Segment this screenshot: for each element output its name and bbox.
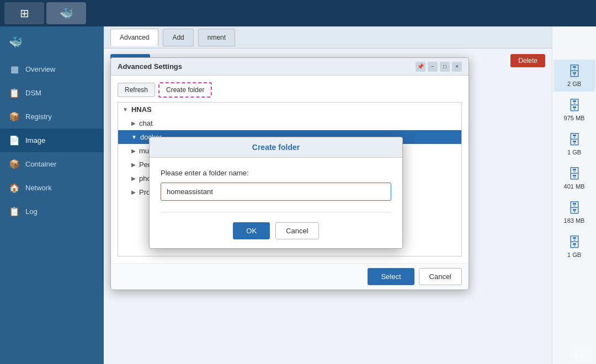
sidebar-item-log[interactable]: 📋 Log: [0, 200, 104, 223]
dsm-icon: 📋: [9, 88, 20, 98]
storage-size: 183 MB: [564, 217, 585, 224]
storage-item: 🗄 183 MB: [554, 196, 595, 228]
adv-header: Advanced Add nment: [104, 26, 552, 49]
window-title-bar: Advanced Settings 📌 − □ ×: [111, 58, 469, 76]
minimize-button[interactable]: −: [428, 62, 438, 72]
sidebar-item-dsm[interactable]: 📋 DSM: [0, 81, 104, 105]
sidebar-item-label: Network: [25, 184, 52, 192]
restore-button[interactable]: □: [440, 62, 450, 72]
pin-button[interactable]: 📌: [416, 62, 425, 72]
tree-arrow: ▶: [131, 148, 136, 154]
sidebar-item-label: Log: [25, 207, 38, 216]
sidebar-item-label: DSM: [25, 89, 41, 97]
file-toolbar: Refresh Create folder: [118, 82, 462, 98]
tab-environment[interactable]: nment: [198, 29, 235, 46]
storage-disk-icon: 🗄: [568, 64, 581, 79]
storage-size: 1 GB: [567, 149, 581, 156]
tab-add[interactable]: Add: [163, 29, 193, 46]
sidebar-item-overview[interactable]: ▦ Overview: [0, 57, 104, 81]
dialog-divider: [161, 212, 391, 212]
storage-disk-icon: 🗄: [568, 235, 581, 250]
storage-disk-icon: 🗄: [568, 132, 581, 148]
network-icon: 🏠: [9, 183, 20, 193]
window-title: Advanced Settings: [118, 62, 182, 71]
storage-item: 🗄 975 MB: [554, 94, 595, 126]
overview-icon: ▦: [9, 64, 20, 74]
storage-size: 975 MB: [564, 115, 585, 121]
dialog-cancel-button[interactable]: Cancel: [275, 222, 318, 239]
create-folder-button[interactable]: Create folder: [158, 82, 212, 98]
image-icon: 📄: [9, 135, 20, 146]
sidebar-item-container[interactable]: 📦 Container: [0, 152, 104, 176]
tree-arrow: ▶: [131, 189, 136, 195]
folder-name-input[interactable]: [161, 183, 391, 201]
taskbar-docker[interactable]: 🐳: [46, 2, 86, 24]
window-footer: Select Cancel: [111, 263, 469, 290]
sidebar-item-image[interactable]: 📄 Image: [0, 129, 104, 152]
watermark: 值得买: [573, 351, 592, 360]
tab-advanced[interactable]: Advanced: [110, 29, 158, 46]
tree-arrow: ▶: [131, 175, 136, 181]
dialog-label: Please enter a folder name:: [161, 169, 391, 177]
main-area: 🐳 ▦ Overview 📋 DSM 📦 Registry 📄 Image 📦 …: [0, 26, 596, 364]
tree-arrow: ▶: [131, 162, 136, 168]
storage-item: 🗄 401 MB: [554, 162, 595, 194]
docker-icon: 🐳: [60, 7, 73, 20]
cancel-button[interactable]: Cancel: [419, 268, 462, 285]
storage-disk-icon: 🗄: [568, 201, 581, 216]
refresh-button[interactable]: Refresh: [118, 83, 155, 97]
sidebar-item-registry[interactable]: 📦 Registry: [0, 105, 104, 129]
storage-disk-icon: 🗄: [568, 167, 581, 182]
tree-arrow: ▶: [131, 120, 136, 126]
create-folder-dialog: Create folder Please enter a folder name…: [149, 137, 403, 249]
dialog-body: Please enter a folder name:: [150, 158, 402, 207]
storage-panel: 🗄 2 GB 🗄 975 MB 🗄 1 GB 🗄 401 MB 🗄 183 MB…: [552, 26, 596, 364]
taskbar-apps-grid[interactable]: ⊞: [4, 2, 44, 24]
sidebar-logo: 🐳: [0, 31, 104, 57]
sidebar: 🐳 ▦ Overview 📋 DSM 📦 Registry 📄 Image 📦 …: [0, 26, 104, 364]
tree-arrow: ▼: [123, 106, 128, 113]
storage-disk-icon: 🗄: [568, 98, 581, 114]
log-icon: 📋: [9, 206, 20, 217]
tree-item-label: HNAS: [131, 105, 152, 114]
dialog-footer: OK Cancel: [150, 217, 402, 248]
storage-size: 401 MB: [564, 183, 585, 190]
taskbar: ⊞ 🐳: [0, 0, 596, 26]
sidebar-item-label: Overview: [25, 65, 55, 73]
window-controls: 📌 − □ ×: [416, 62, 462, 72]
dialog-ok-button[interactable]: OK: [233, 222, 270, 239]
container-icon: 📦: [9, 159, 20, 169]
tree-arrow: ▼: [131, 134, 137, 140]
tree-item-label: chat: [139, 119, 153, 127]
sidebar-docker-logo: 🐳: [9, 35, 23, 49]
storage-item: 🗄 2 GB: [554, 60, 595, 92]
delete-button[interactable]: Delete: [510, 54, 545, 67]
sidebar-item-label: Registry: [25, 113, 52, 121]
dialog-title: Create folder: [158, 143, 393, 152]
storage-size: 2 GB: [567, 81, 581, 87]
sidebar-item-label: Container: [25, 160, 56, 168]
apps-grid-icon: ⊞: [20, 7, 29, 20]
tree-item-chat[interactable]: ▶ chat: [118, 116, 461, 130]
dialog-title-bar: Create folder: [150, 137, 402, 158]
storage-item: 🗄 1 GB: [554, 128, 595, 160]
select-button[interactable]: Select: [368, 268, 414, 285]
storage-item: 🗄 1 GB: [554, 231, 595, 263]
registry-icon: 📦: [9, 111, 20, 122]
storage-size: 1 GB: [567, 251, 581, 258]
sidebar-item-label: Image: [25, 136, 45, 144]
tree-item-hnas[interactable]: ▼ HNAS: [118, 103, 461, 116]
sidebar-item-network[interactable]: 🏠 Network: [0, 176, 104, 200]
close-button[interactable]: ×: [452, 62, 462, 72]
